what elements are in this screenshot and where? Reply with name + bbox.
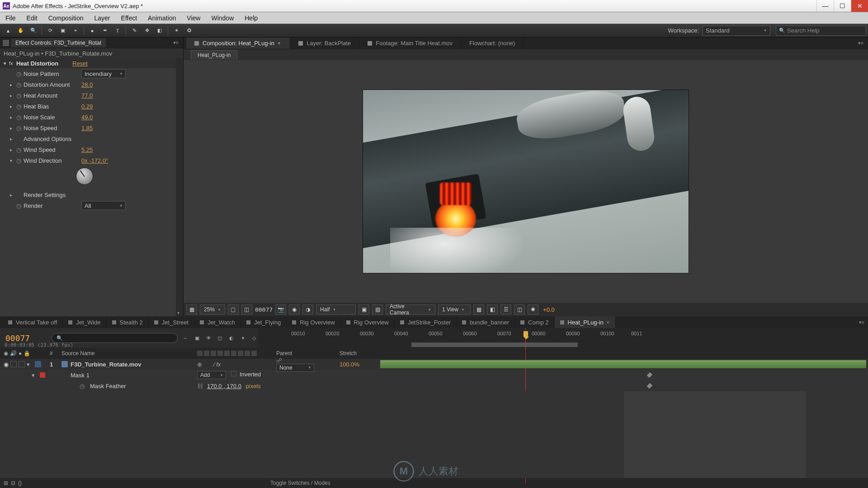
graph-editor-icon[interactable]: ↔ (182, 333, 189, 343)
toggle-switches-icon[interactable]: ⊟ (11, 480, 15, 486)
mask-twirl-icon[interactable]: ▾ (32, 372, 38, 379)
comp-mini-icon[interactable]: ▣ (193, 333, 200, 343)
zoom-dropdown[interactable]: 25% (200, 305, 225, 314)
wind-speed-value[interactable]: 5.25 (81, 146, 93, 153)
heat-amount-value[interactable]: 77.0 (81, 92, 93, 99)
brush-tool-icon[interactable]: ✎ (128, 25, 140, 36)
timeline-tab[interactable]: Rig Overview (341, 316, 395, 328)
comp-subtab[interactable]: Heat_PLug-in (191, 50, 237, 60)
views-dropdown[interactable]: 1 View (438, 305, 471, 314)
pan-behind-tool-icon[interactable]: ⌖ (70, 25, 81, 36)
transparency-icon[interactable]: ▨ (372, 305, 383, 314)
mask-feather-value[interactable]: 170.0 , 170.0 (207, 383, 241, 389)
keyframe-icon[interactable] (647, 372, 653, 378)
pixel-aspect-icon[interactable]: ▦ (473, 305, 484, 314)
menu-effect[interactable]: Effect (116, 12, 143, 23)
motion-blur-icon[interactable]: ◐ (228, 333, 235, 343)
selection-tool-icon[interactable]: ▲ (2, 25, 14, 36)
camera-dropdown[interactable]: Active Camera (386, 305, 435, 314)
timeline-tab[interactable]: Jet_Watch (194, 316, 241, 328)
minimize-button[interactable]: — (816, 0, 834, 12)
menu-animation[interactable]: Animation (142, 12, 181, 23)
col-parent-header[interactable]: Parent (276, 350, 340, 357)
col-source-header[interactable]: Source Name (61, 350, 197, 357)
stopwatch-icon[interactable]: ◷ (16, 157, 24, 164)
grid-icon[interactable]: ▦ (186, 305, 197, 314)
menu-edit[interactable]: Edit (21, 12, 43, 23)
shape-tool-icon[interactable]: ● (86, 25, 98, 36)
video-toggle-icon[interactable]: ◉ (4, 361, 9, 368)
col-num-header[interactable]: # (50, 350, 61, 357)
clone-tool-icon[interactable]: ✥ (141, 25, 153, 36)
roto-tool-icon[interactable]: ✶ (170, 25, 182, 36)
close-button[interactable]: ✕ (851, 0, 868, 12)
chevron-down-icon[interactable]: ▼ (277, 41, 282, 46)
menu-layer[interactable]: Layer (89, 12, 116, 23)
snapshot-icon[interactable]: 📷 (275, 305, 286, 314)
pen-tool-icon[interactable]: ✒ (99, 25, 111, 36)
stopwatch-icon[interactable]: ◷ (80, 383, 85, 389)
auto-kf-icon[interactable]: ◇ (251, 333, 258, 343)
stopwatch-icon[interactable]: ◷ (16, 125, 24, 131)
scrollbar[interactable] (176, 58, 183, 316)
rotation-tool-icon[interactable]: ⟳ (44, 25, 56, 36)
reset-link[interactable]: Reset (72, 60, 88, 67)
panel-menu-icon[interactable]: ▾≡ (859, 319, 868, 325)
timeline-tab[interactable]: Vertical Take off (3, 316, 63, 328)
distortion-amount-value[interactable]: 28.0 (81, 81, 93, 88)
mask-mode-dropdown[interactable]: Add (197, 371, 226, 379)
workspace-dropdown[interactable]: Standard (703, 26, 770, 36)
menu-window[interactable]: Window (206, 12, 239, 23)
stopwatch-icon[interactable]: ◷ (16, 146, 24, 153)
stopwatch-icon[interactable]: ◷ (16, 114, 24, 121)
reset-exposure-icon[interactable]: ✺ (528, 305, 538, 314)
toggle-switches-icon[interactable]: ⊞ (4, 480, 8, 486)
maximize-button[interactable]: ☐ (834, 0, 851, 12)
inverted-checkbox[interactable] (231, 371, 236, 376)
channel-icon[interactable]: ◉ (289, 305, 300, 314)
color-icon[interactable]: ◑ (302, 305, 313, 314)
tab-footage[interactable]: Footage: Main Title Heat.mov (359, 38, 461, 49)
brainstorm-icon[interactable]: ✦ (239, 333, 246, 343)
current-frame[interactable]: 00077 (5, 333, 30, 343)
menu-help[interactable]: Help (239, 12, 263, 23)
noise-speed-value[interactable]: 1.85 (81, 125, 93, 131)
layer-row[interactable]: ◉▾ 1 F3D_Turbine_Rotate.mov ⊕⁄fx ☍None 1… (0, 359, 868, 370)
stretch-value[interactable]: 100.0% (340, 361, 359, 368)
angle-dial[interactable] (76, 168, 93, 185)
link-icon[interactable]: ⛓ (197, 383, 203, 389)
exposure-value[interactable]: +0.0 (543, 306, 555, 313)
safe-zones-icon[interactable]: ▢ (228, 305, 239, 314)
lock-toggle[interactable] (19, 361, 25, 367)
stopwatch-icon[interactable]: ◷ (16, 202, 24, 209)
timeline-tab[interactable]: JetStrike_Poster (395, 316, 457, 328)
fast-preview-icon[interactable]: ◧ (487, 305, 498, 314)
twirl-icon[interactable]: ▸ (10, 82, 16, 87)
frame-blend-icon[interactable]: ◫ (217, 333, 223, 343)
toggle-switches-icon[interactable]: {} (18, 480, 22, 486)
mask-row[interactable]: ▾ Mask 1 AddInverted (0, 370, 868, 380)
search-help-input[interactable]: Search Help (776, 26, 866, 36)
param-render-settings[interactable]: Render Settings (24, 192, 81, 198)
panel-menu-icon[interactable]: ▾≡ (858, 40, 868, 46)
composition-viewer[interactable] (184, 60, 868, 303)
mask-feather-row[interactable]: ◷Mask Feather ⛓170.0 , 170.0 pixels (0, 380, 868, 391)
timeline-tab[interactable]: Stealth 2 (107, 316, 149, 328)
timeline-tab[interactable]: bundle_banner (457, 316, 515, 328)
resolution-dropdown[interactable]: Half (316, 305, 356, 314)
noise-pattern-dropdown[interactable]: Incendiary (81, 69, 126, 78)
twirl-down-icon[interactable]: ▾ (4, 61, 9, 66)
parent-dropdown[interactable]: None (276, 364, 314, 372)
tab-flowchart[interactable]: Flowchart: (none) (461, 38, 524, 49)
text-tool-icon[interactable]: T (112, 25, 123, 36)
effect-controls-tab[interactable]: Effect Controls: F3D_Turbine_Rotat (11, 38, 106, 47)
solo-toggle[interactable] (10, 361, 17, 367)
toggle-switches-modes[interactable]: Toggle Switches / Modes (270, 480, 330, 486)
layer-twirl-icon[interactable]: ▾ (27, 361, 33, 368)
col-stretch-header[interactable]: Stretch (340, 350, 380, 357)
menu-view[interactable]: View (181, 12, 206, 23)
timeline-tab[interactable]: Rig Overview (287, 316, 340, 328)
timeline-tab[interactable]: Jet_Wide (63, 316, 106, 328)
time-ruler[interactable]: 00010 00020 00030 00040 00050 00060 0007… (258, 328, 868, 348)
mask-icon[interactable]: ◫ (241, 305, 252, 314)
